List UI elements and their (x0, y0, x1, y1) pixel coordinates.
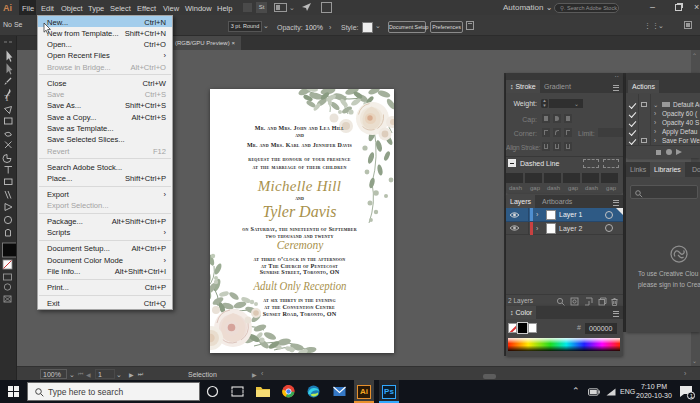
svg-text:T: T (5, 94, 10, 103)
